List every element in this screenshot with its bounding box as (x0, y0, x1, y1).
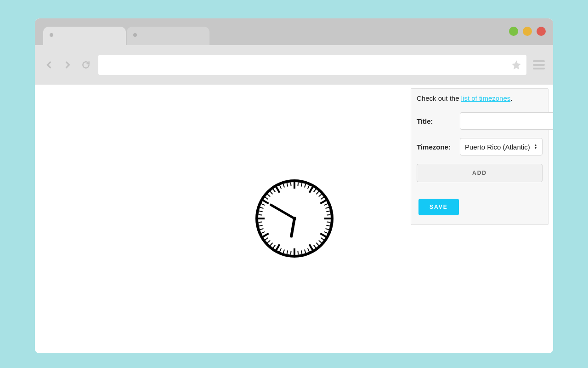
title-label: Title: (417, 117, 460, 125)
hamburger-menu-icon[interactable] (533, 60, 545, 69)
intro-text: Check out the list of timezones. (417, 94, 543, 102)
analog-clock (255, 179, 334, 258)
timezone-label: Timezone: (417, 143, 460, 151)
timezones-link[interactable]: list of timezones (461, 94, 511, 102)
window-maximize-button[interactable] (523, 27, 532, 36)
browser-tab-active[interactable] (43, 27, 126, 45)
title-row: Title: (417, 112, 543, 130)
browser-window: Check out the list of timezones. Title: … (35, 18, 553, 353)
timezone-row: Timezone: Puerto Rico (Atlantic) ▲▼ (417, 138, 543, 155)
title-input[interactable] (460, 112, 553, 130)
page-content: Check out the list of timezones. Title: … (35, 85, 553, 353)
add-button[interactable]: ADD (417, 164, 543, 182)
browser-tab-inactive[interactable] (127, 27, 209, 45)
select-arrows-icon: ▲▼ (534, 144, 537, 150)
save-button[interactable]: SAVE (418, 199, 459, 215)
reload-icon[interactable] (80, 59, 92, 71)
browser-toolbar (35, 45, 553, 85)
window-minimize-button[interactable] (509, 27, 518, 36)
forward-icon[interactable] (62, 59, 74, 71)
window-close-button[interactable] (537, 27, 546, 36)
timezone-select[interactable]: Puerto Rico (Atlantic) ▲▼ (460, 138, 543, 155)
back-icon[interactable] (43, 59, 55, 71)
settings-panel: Check out the list of timezones. Title: … (411, 88, 548, 225)
url-bar[interactable] (98, 55, 526, 75)
bookmark-star-icon[interactable] (511, 59, 522, 72)
window-controls (509, 27, 546, 36)
tab-bar (35, 18, 553, 45)
intro-prefix: Check out the (417, 94, 461, 102)
intro-suffix: . (510, 94, 512, 102)
timezone-selected-value: Puerto Rico (Atlantic) (465, 143, 530, 151)
